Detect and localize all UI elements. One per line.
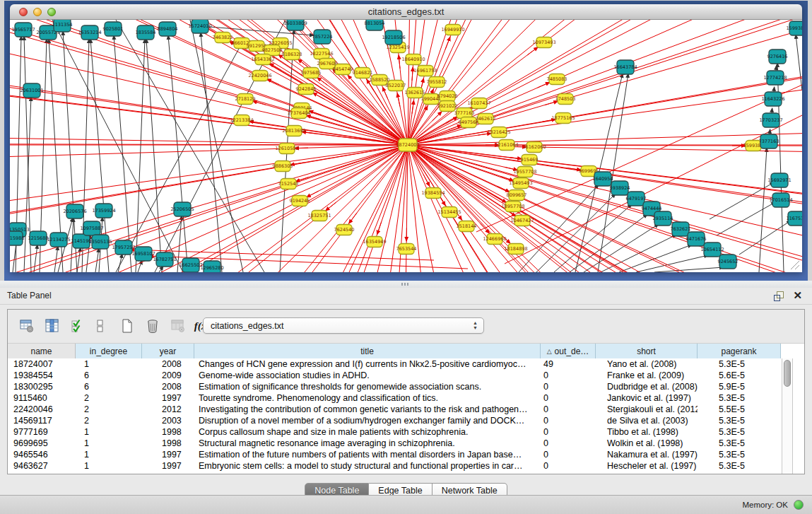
network-view-window: citations_edges.txt 18724007746382286601… [10, 4, 802, 272]
deselect-rows-icon[interactable] [91, 317, 110, 335]
network-window-frame: citations_edges.txt 18724007746382286601… [4, 1, 808, 281]
table-container: f(x) citations_edges.txt ▲▼ namein_degre… [7, 309, 805, 474]
graph-node-label: 25206505 [170, 206, 194, 212]
column-header-out_degree[interactable]: △out_de… [541, 344, 596, 358]
memory-ok-indicator[interactable] [794, 500, 804, 510]
graph-node-label: 7152543 [278, 181, 299, 187]
graph-edge-arrow [377, 222, 382, 235]
graph-node-label: 2718129 [235, 96, 256, 102]
column-header-year[interactable]: year [142, 344, 194, 358]
create-table-icon[interactable] [118, 317, 136, 335]
column-header-pagerank[interactable]: pagerank [698, 344, 781, 358]
scrollbar-thumb[interactable] [784, 360, 791, 387]
table-row[interactable]: 977716911998Corpus callosum shape and si… [8, 426, 781, 438]
table-row[interactable]: 1830029562008Estimation of significance … [8, 381, 781, 392]
delete-table-icon[interactable] [143, 317, 162, 335]
graph-node-label: 11643226 [761, 96, 784, 102]
cell-title: Investigating the contribution of common… [194, 404, 541, 415]
graph-node-label: 16353214 [78, 30, 101, 35]
table-row[interactable]: 1938455462009Genome-wide association stu… [8, 370, 781, 381]
graph-node-label: 8894804 [158, 26, 178, 32]
table-row[interactable]: 911546021997Tourette syndrome. Phenomeno… [8, 392, 781, 404]
graph-node-label: 8454749 [333, 66, 353, 72]
graph-node-label: 18957708 [501, 204, 524, 209]
cell-short: Dudbridge et al. (2008) [596, 381, 698, 392]
graph-node-label: 17703237 [759, 117, 782, 123]
table-row[interactable]: 946554611997Estimation of the future num… [8, 449, 781, 460]
table-row[interactable]: 1872400712008Changes of HCN gene express… [8, 358, 781, 370]
cell-year: 1997 [142, 460, 194, 472]
table-row[interactable]: 1456911722003Disruption of a novel membe… [8, 415, 781, 426]
network-canvas[interactable]: 1872400774638228660128591295423226055982… [10, 20, 802, 272]
cell-pagerank: 5.3E-5 [698, 460, 781, 472]
graph-node-label: 12213384 [230, 117, 253, 123]
column-header-title[interactable]: title [194, 344, 541, 358]
cell-short: Wolkin et al. (1998) [596, 438, 698, 449]
close-panel-icon[interactable]: ✕ [793, 289, 802, 302]
graph-node-label: 19557708 [513, 169, 536, 175]
select-all-rows-icon[interactable] [69, 317, 87, 335]
graph-node-label: 12610582 [275, 146, 298, 151]
application-window: citations_edges.txt 18724007746382286601… [0, 0, 812, 514]
table-toolbar: f(x) citations_edges.txt ▲▼ [8, 310, 804, 344]
cell-title: Estimation of significance thresholds fo… [194, 381, 541, 392]
graph-node-label: 18775165 [551, 115, 575, 121]
select-column-icon[interactable] [43, 317, 61, 335]
column-header-in_degree[interactable]: in_degree [76, 344, 142, 358]
graph-node-label: 20813698 [282, 128, 305, 134]
graph-node-label: 1518144 [457, 223, 477, 229]
vertical-scrollbar[interactable] [782, 358, 793, 474]
graph-node-label: 9194245 [290, 198, 310, 204]
panel-splitter[interactable] [0, 281, 812, 288]
graph-node-label: 2935114 [653, 216, 673, 221]
graph-edge-arrow [412, 67, 413, 81]
table-selector-dropdown[interactable]: citations_edges.txt ▲▼ [203, 317, 484, 334]
cell-title: Estimation of the future numbers of pati… [194, 449, 541, 460]
citation-network-graph[interactable]: 1872400774638228660128591295423226055982… [10, 20, 802, 272]
cell-pagerank: 5.3E-5 [698, 438, 781, 449]
graph-node-label: 9245652 [718, 259, 739, 264]
network-window-titlebar[interactable]: citations_edges.txt [10, 4, 802, 20]
graph-node-label: 17376404 [287, 110, 310, 116]
cell-pagerank: 5.9E-5 [698, 381, 781, 392]
cell-name: 22420046 [8, 404, 76, 415]
graph-node-label: 1835584 [136, 30, 156, 35]
graph-node-label: 16949910 [441, 27, 464, 33]
column-header-name[interactable]: name [8, 344, 76, 358]
table-panel-title: Table Panel [7, 291, 52, 300]
graph-edge [619, 245, 692, 272]
column-header-short[interactable]: short [596, 344, 698, 358]
cell-short: Stergiakouli et al. (2012) [596, 404, 698, 415]
table-row[interactable]: 969969511998Structural magnetic resonanc… [8, 438, 781, 449]
graph-node-label: 1748503 [555, 96, 576, 102]
table-settings-icon[interactable] [18, 317, 36, 335]
graph-node-label: 16033809 [283, 21, 307, 26]
cell-short: Franke et al. (2009) [596, 370, 698, 381]
import-table-icon[interactable] [169, 317, 187, 335]
graph-edge [717, 202, 775, 235]
graph-node-label: 20631001 [20, 88, 43, 93]
cell-pagerank: 5.3E-5 [698, 358, 781, 370]
status-bar: Memory: OK [0, 495, 812, 514]
cell-out_degree: 0 [541, 460, 596, 472]
cell-short: Yano et al. (2008) [596, 358, 698, 370]
cell-title: Corpus callosum shape and size in male p… [194, 426, 541, 438]
float-panel-icon[interactable] [774, 291, 784, 300]
cell-year: 1998 [142, 438, 194, 449]
table-row[interactable]: 2242004622012Investigating the contribut… [8, 404, 781, 415]
cell-out_degree: 0 [541, 392, 596, 404]
graph-node-label: 16162060 [522, 144, 546, 150]
graph-edge [759, 148, 767, 272]
graph-node-label: 18184898 [504, 246, 527, 252]
cell-name: 14569117 [8, 415, 76, 426]
splitter-grip-icon[interactable] [401, 283, 408, 286]
graph-edge-arrow [313, 93, 325, 99]
graph-edge-arrow [538, 82, 550, 88]
graph-edge-arrow [326, 202, 336, 211]
graph-node-label: 12161064 [495, 142, 518, 148]
graph-node-label: 7485083 [547, 76, 567, 82]
cell-name: 9699695 [8, 438, 76, 449]
cell-name: 9463627 [8, 460, 76, 472]
table-row[interactable]: 946362711997Embryonic stem cells: a mode… [8, 460, 781, 472]
graph-node-label: 10654112 [700, 247, 724, 252]
